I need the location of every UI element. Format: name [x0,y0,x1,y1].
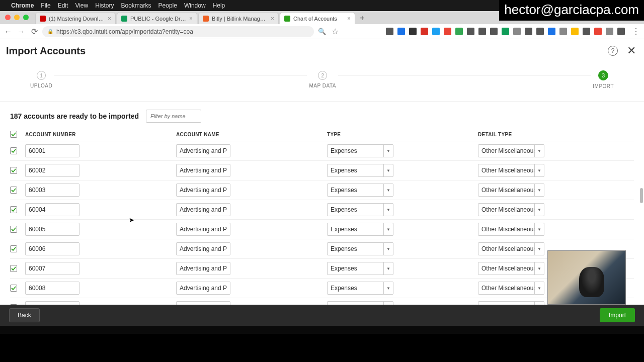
window-minimize-icon[interactable] [14,15,20,20]
address-bar[interactable]: 🔒 https://c3.qbo.intuit.com/app/importda… [42,26,314,37]
detail-type-select[interactable]: Other Miscellaneous S▼ [478,242,544,255]
menu-people[interactable]: People [158,2,177,9]
account-number-input[interactable] [25,223,79,236]
account-number-input[interactable] [25,144,79,157]
detail-type-select[interactable]: Other Miscellaneous S▼ [478,282,544,295]
detail-type-select[interactable]: Other Miscellaneous S▼ [478,203,544,216]
zoom-icon[interactable]: 🔍 [317,27,327,37]
menu-help[interactable]: Help [213,2,225,9]
browser-tab[interactable]: (1) Mastering Downloaded Tra × [35,12,116,24]
row-checkbox[interactable] [10,206,17,213]
extension-icon[interactable] [444,28,451,35]
account-number-input[interactable] [25,184,79,197]
back-button[interactable]: Back [9,308,40,322]
extension-icon[interactable] [594,28,602,35]
detail-type-select[interactable]: Other Miscellaneous S▼ [478,223,544,236]
menu-history[interactable]: History [95,2,114,9]
page-header: Import Accounts ? ✕ [0,39,644,61]
extension-icon[interactable] [571,28,579,35]
extension-icon[interactable] [583,28,590,35]
account-name-input[interactable] [176,144,230,157]
detail-type-select[interactable]: Other Miscellaneous S▼ [478,184,544,197]
star-icon[interactable]: ☆ [330,27,340,37]
type-select[interactable]: Expenses▼ [327,262,393,275]
extension-icon[interactable] [409,28,417,35]
window-close-icon[interactable] [5,15,11,20]
extension-icon[interactable] [525,28,532,35]
account-number-input[interactable] [25,203,79,216]
menu-view[interactable]: View [75,2,88,9]
row-checkbox[interactable] [10,265,17,272]
extension-icon[interactable] [606,28,613,35]
detail-type-select[interactable]: Other Miscellaneous S▼ [478,144,544,157]
extension-icon[interactable] [536,28,544,35]
tab-close-icon[interactable]: × [347,15,351,22]
new-tab-button[interactable]: + [356,12,368,24]
type-select[interactable]: Expenses▼ [327,242,393,255]
extension-icon[interactable] [617,28,625,35]
extension-icon[interactable] [432,28,440,35]
tab-close-icon[interactable]: × [271,15,274,22]
chrome-menu-button[interactable]: ⋮ [631,27,641,37]
row-checkbox[interactable] [10,245,17,252]
select-all-checkbox[interactable] [10,131,17,138]
extension-icon[interactable] [513,28,521,35]
account-name-input[interactable] [176,282,230,295]
type-select[interactable]: Expenses▼ [327,184,393,197]
help-button[interactable]: ? [608,46,618,56]
account-name-input[interactable] [176,223,230,236]
account-name-input[interactable] [176,242,230,255]
window-zoom-icon[interactable] [23,15,29,20]
extension-icon[interactable] [548,28,555,35]
type-select[interactable]: Expenses▼ [327,223,393,236]
scrollbar-thumb[interactable] [640,188,643,203]
app-name[interactable]: Chrome [11,2,34,9]
type-select[interactable]: Expenses▼ [327,164,393,177]
extension-icon[interactable] [559,28,567,35]
extension-icon[interactable] [421,28,428,35]
account-name-input[interactable] [176,184,230,197]
row-checkbox[interactable] [10,226,17,233]
extension-icon[interactable] [386,28,393,35]
browser-tab[interactable]: Chart of Accounts × [280,12,355,24]
type-select[interactable]: Expenses▼ [327,203,393,216]
row-checkbox[interactable] [10,285,17,292]
detail-type-select[interactable]: Other Miscellaneous S▼ [478,262,544,275]
extension-icon[interactable] [467,28,474,35]
browser-tab[interactable]: PUBLIC - Google Drive × [117,12,197,24]
tab-close-icon[interactable]: × [189,15,193,22]
nav-forward-button[interactable]: → [16,27,26,37]
table-row: Expenses▼ Other Miscellaneous S▼ [10,141,634,161]
close-button[interactable]: ✕ [627,44,636,57]
nav-reload-button[interactable]: ⟳ [29,27,39,37]
account-number-input[interactable] [25,164,79,177]
extension-icon[interactable] [490,28,498,35]
menu-bookmarks[interactable]: Bookmarks [121,2,151,9]
tab-close-icon[interactable]: × [108,15,111,22]
account-number-input[interactable] [25,282,79,295]
account-name-input[interactable] [176,164,230,177]
row-checkbox[interactable] [10,167,17,174]
extension-icon[interactable] [502,28,509,35]
menu-file[interactable]: File [41,2,50,9]
extension-icon[interactable] [455,28,463,35]
row-checkbox[interactable] [10,147,17,154]
account-name-input[interactable] [176,203,230,216]
filter-input[interactable] [146,110,201,123]
type-select[interactable]: Expenses▼ [327,282,393,295]
account-name-input[interactable] [176,262,230,275]
account-number-input[interactable] [25,242,79,255]
menu-edit[interactable]: Edit [58,2,68,9]
window-controls[interactable] [5,15,29,20]
extension-icon[interactable] [397,28,405,35]
row-checkbox[interactable] [10,187,17,194]
chevron-down-icon: ▼ [384,286,393,291]
import-button[interactable]: Import [600,308,635,322]
type-select[interactable]: Expenses▼ [327,144,393,157]
menu-window[interactable]: Window [184,2,206,9]
browser-tab[interactable]: Bitly | Bitlink Management × [198,12,279,24]
detail-type-select[interactable]: Other Miscellaneous S▼ [478,164,544,177]
account-number-input[interactable] [25,262,79,275]
extension-icon[interactable] [478,28,486,35]
nav-back-button[interactable]: ← [3,27,13,37]
